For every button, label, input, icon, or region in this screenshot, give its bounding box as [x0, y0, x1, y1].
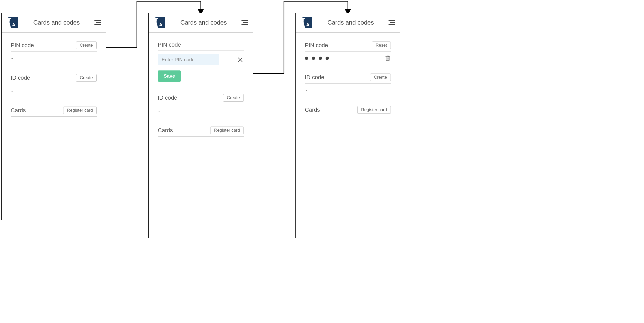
id-value: - — [11, 88, 97, 94]
pin-dot-icon — [326, 57, 329, 60]
id-label: ID code — [158, 95, 177, 101]
screen-enter-pin: T A Cards and codes PIN code Save ID cod… — [148, 13, 253, 238]
cards-label: Cards — [305, 107, 320, 113]
svg-text:T: T — [155, 17, 158, 23]
cards-section: Cards Register card — [305, 106, 391, 116]
pin-reset-button[interactable]: Reset — [372, 41, 391, 49]
cards-label: Cards — [11, 107, 26, 114]
save-button[interactable]: Save — [158, 70, 181, 82]
pin-dot-icon — [319, 57, 322, 60]
header: T A Cards and codes — [296, 13, 400, 33]
screen-pin-set: T A Cards and codes PIN code Reset — [295, 13, 400, 238]
cards-section-header: Cards Register card — [305, 106, 391, 116]
pin-create-button[interactable]: Create — [76, 41, 97, 49]
pin-label: PIN code — [158, 41, 181, 48]
id-value: - — [158, 108, 244, 114]
id-section: ID code Create - — [11, 74, 97, 94]
id-section-header: ID code Create — [11, 74, 97, 84]
app-logo-icon: T A — [153, 16, 166, 29]
page-title: Cards and codes — [166, 19, 241, 26]
id-section-header: ID code Create — [305, 74, 391, 84]
close-icon[interactable] — [237, 56, 244, 63]
id-section: ID code Create - — [158, 94, 244, 114]
svg-text:T: T — [302, 17, 305, 23]
pin-section: PIN code Save — [158, 41, 244, 82]
page-title: Cards and codes — [19, 19, 94, 26]
id-label: ID code — [11, 75, 30, 81]
pin-value-row — [305, 55, 391, 61]
svg-text:A: A — [306, 22, 309, 27]
id-create-button[interactable]: Create — [370, 74, 391, 81]
pin-section: PIN code Reset — [305, 41, 391, 61]
cards-section-header: Cards Register card — [11, 107, 97, 117]
menu-icon[interactable] — [94, 19, 101, 26]
screen-body: PIN code Create - ID code Create - Cards… — [2, 33, 106, 220]
screen-body: PIN code Save ID code Create - Cards Reg… — [149, 33, 253, 238]
id-section: ID code Create - — [305, 74, 391, 94]
register-card-button[interactable]: Register card — [357, 106, 391, 114]
cards-section: Cards Register card — [158, 127, 244, 137]
cards-section: Cards Register card — [11, 107, 97, 117]
pin-section-header: PIN code — [158, 41, 244, 50]
id-create-button[interactable]: Create — [223, 94, 244, 102]
app-logo-icon: T A — [6, 16, 19, 29]
id-section-header: ID code Create — [158, 94, 244, 104]
pin-section-header: PIN code Reset — [305, 41, 391, 51]
screen-body: PIN code Reset ID code Create - — [296, 33, 400, 238]
menu-icon[interactable] — [388, 19, 395, 26]
id-create-button[interactable]: Create — [76, 74, 97, 82]
pin-masked-value — [305, 57, 329, 60]
id-label: ID code — [305, 74, 324, 81]
app-logo-icon: T A — [301, 16, 313, 29]
register-card-button[interactable]: Register card — [63, 107, 97, 114]
svg-text:A: A — [159, 22, 162, 27]
menu-icon[interactable] — [241, 19, 248, 26]
cards-label: Cards — [158, 127, 173, 134]
header: T A Cards and codes — [2, 13, 106, 33]
trash-icon[interactable] — [385, 55, 391, 61]
header: T A Cards and codes — [149, 13, 253, 33]
pin-label: PIN code — [305, 42, 328, 49]
pin-input[interactable] — [158, 54, 219, 65]
screen-initial: T A Cards and codes PIN code Create - ID… — [1, 13, 106, 220]
cards-section-header: Cards Register card — [158, 127, 244, 137]
register-card-button[interactable]: Register card — [210, 127, 244, 134]
svg-text:A: A — [12, 22, 15, 27]
pin-section-header: PIN code Create — [11, 41, 97, 51]
pin-label: PIN code — [11, 42, 34, 49]
page-title: Cards and codes — [313, 19, 388, 26]
pin-input-row — [158, 54, 244, 65]
pin-dot-icon — [305, 57, 308, 60]
pin-section: PIN code Create - — [11, 41, 97, 62]
id-value: - — [305, 87, 391, 94]
svg-text:T: T — [8, 17, 11, 23]
pin-value: - — [11, 55, 97, 62]
pin-dot-icon — [312, 57, 315, 60]
